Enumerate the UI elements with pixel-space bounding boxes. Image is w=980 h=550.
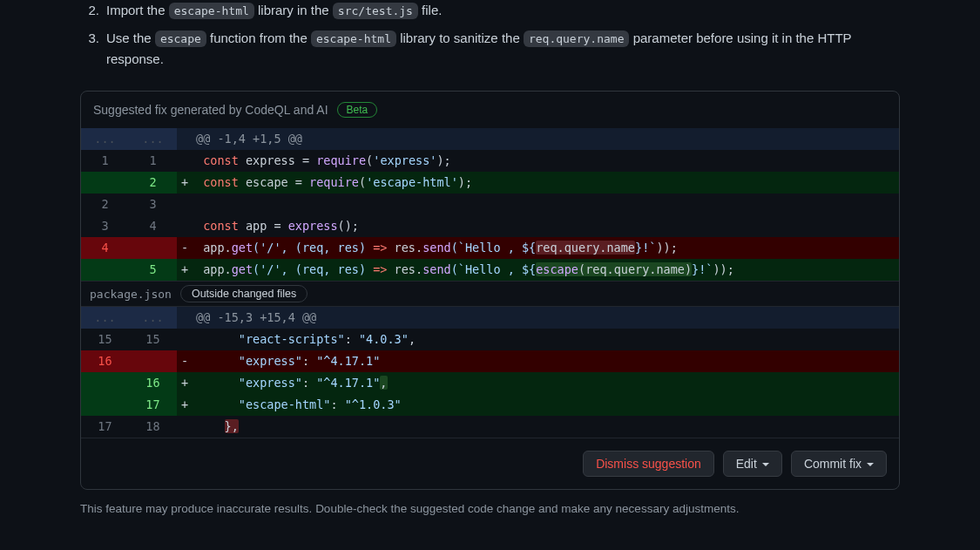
code-inline: escape-html — [311, 31, 396, 47]
hunk-text: @@ -1,4 +1,5 @@ — [193, 128, 899, 150]
panel-header: Suggested fix generated by CodeQL and AI… — [81, 92, 899, 128]
diff-line-removed: 4 - app.get('/', (req, res) => res.send(… — [81, 237, 899, 259]
diff-line: 2 3 — [81, 194, 899, 215]
commit-fix-button[interactable]: Commit fix — [791, 451, 887, 477]
code-line: app.get('/', (req, res) => res.send(`Hel… — [193, 259, 899, 281]
panel-actions: Dismiss suggestion Edit Commit fix — [81, 438, 899, 489]
code-line: "escape-html": "^1.0.3" — [193, 394, 899, 416]
filename-label[interactable]: package.json — [90, 288, 172, 301]
code-line: }, — [193, 416, 899, 438]
list-number: 2. — [80, 0, 99, 21]
hunk-header: ... ... @@ -15,3 +15,4 @@ — [81, 307, 899, 329]
diff-line-added: 16 + "express": "^4.17.1", — [81, 372, 899, 394]
diff-line: 1 1 const express = require('express'); — [81, 150, 899, 172]
diff-line: 17 18 }, — [81, 416, 899, 438]
code-inline: req.query.name — [524, 31, 630, 47]
code-inline: escape — [155, 31, 206, 47]
beta-badge: Beta — [337, 102, 378, 118]
diff-block-1: ... ... @@ -1,4 +1,5 @@ 1 1 const expres… — [81, 128, 899, 281]
outside-files-pill: Outside changed files — [180, 285, 308, 302]
list-text: Import the escape-html library in the sr… — [106, 0, 900, 21]
suggested-fix-panel: Suggested fix generated by CodeQL and AI… — [80, 91, 900, 490]
diff-line: 15 15 "react-scripts": "4.0.3", — [81, 329, 899, 350]
code-line: "express": "^4.17.1", — [193, 372, 899, 394]
dismiss-suggestion-button[interactable]: Dismiss suggestion — [583, 451, 714, 477]
diff-line-removed: 16 - "express": "^4.17.1" — [81, 350, 899, 372]
code-line: app.get('/', (req, res) => res.send(`Hel… — [193, 237, 899, 259]
gutter-right[interactable]: ... — [129, 128, 177, 150]
gutter-left[interactable]: ... — [81, 128, 129, 150]
instruction-item: 2. Import the escape-html library in the… — [80, 0, 900, 21]
list-text: Use the escape function from the escape-… — [106, 28, 900, 70]
code-line: "express": "^4.17.1" — [193, 350, 899, 372]
disclaimer-text: This feature may produce inaccurate resu… — [80, 502, 900, 515]
code-line: const express = require('express'); — [193, 150, 899, 172]
code-line: "react-scripts": "4.0.3", — [193, 329, 899, 350]
code-inline: escape-html — [169, 3, 254, 19]
diff-line-added: 2 + const escape = require('escape-html'… — [81, 172, 899, 194]
code-inline: src/test.js — [333, 3, 418, 19]
code-line: const app = express(); — [193, 215, 899, 237]
panel-header-text: Suggested fix generated by CodeQL and AI — [93, 103, 328, 117]
list-number: 3. — [80, 28, 99, 70]
edit-button[interactable]: Edit — [723, 451, 782, 477]
diff-line-added: 5 + app.get('/', (req, res) => res.send(… — [81, 259, 899, 281]
file-separator: package.json Outside changed files — [81, 281, 899, 307]
diff-line: 3 4 const app = express(); — [81, 215, 899, 237]
code-line — [193, 194, 899, 215]
code-line: const escape = require('escape-html'); — [193, 172, 899, 194]
diff-line-added: 17 + "escape-html": "^1.0.3" — [81, 394, 899, 416]
instruction-item: 3. Use the escape function from the esca… — [80, 28, 900, 70]
diff-block-2: ... ... @@ -15,3 +15,4 @@ 15 15 "react-s… — [81, 307, 899, 438]
instructions-list: 2. Import the escape-html library in the… — [0, 0, 980, 70]
hunk-header: ... ... @@ -1,4 +1,5 @@ — [81, 128, 899, 150]
